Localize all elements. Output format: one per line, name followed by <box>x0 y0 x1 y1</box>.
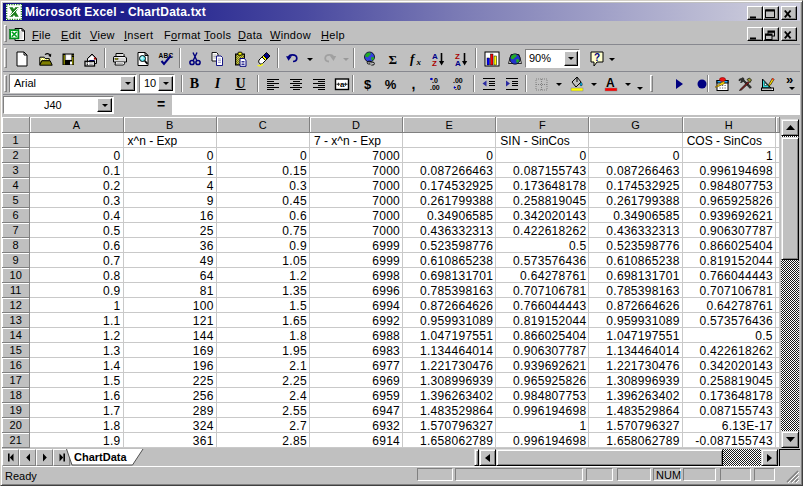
svg-text:.00: .00 <box>453 77 463 84</box>
svg-text:A: A <box>455 59 461 67</box>
svg-text:.00: .00 <box>430 84 440 91</box>
svg-text:.0: .0 <box>432 77 438 84</box>
svg-text:x: x <box>415 57 421 67</box>
svg-text:Σ: Σ <box>388 52 397 67</box>
svg-text:Z: Z <box>432 59 437 67</box>
svg-text:?: ? <box>594 52 600 63</box>
svg-text:f: f <box>410 51 416 66</box>
svg-text:ABC: ABC <box>158 52 173 59</box>
